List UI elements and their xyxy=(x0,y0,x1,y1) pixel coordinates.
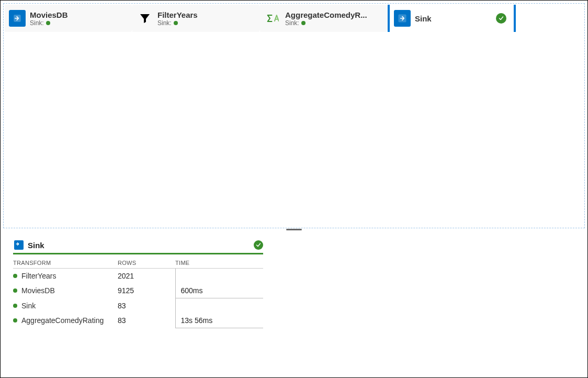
node-sink[interactable]: Sink xyxy=(388,5,516,32)
details-table: TRANSFORM ROWS TIME FilterYears 2021 Mov… xyxy=(13,257,263,328)
status-dot-icon xyxy=(13,288,17,293)
node-subtitle: Sink: xyxy=(157,19,198,27)
col-time: TIME xyxy=(175,257,263,269)
status-dot-icon xyxy=(13,274,17,278)
source-icon xyxy=(9,10,26,27)
status-dot-icon xyxy=(13,318,17,323)
node-title: FilterYears xyxy=(157,10,198,19)
status-dot-icon xyxy=(174,21,178,25)
node-filteryears[interactable]: FilterYears Sink: xyxy=(132,5,268,32)
table-row[interactable]: AggregateComedyRating 83 13s 56ms xyxy=(13,313,263,328)
node-moviesdb[interactable]: MoviesDB Sink: xyxy=(5,5,141,32)
node-title: MoviesDB xyxy=(30,10,68,19)
table-row[interactable]: Sink 83 xyxy=(13,298,263,313)
details-header: Sink xyxy=(13,235,263,254)
col-rows: ROWS xyxy=(118,257,175,269)
dataflow-canvas[interactable]: MoviesDB Sink: FilterYears Sink: xyxy=(3,3,585,228)
sink-icon xyxy=(14,240,24,250)
filter-icon xyxy=(137,10,153,27)
node-title: Sink xyxy=(415,14,432,23)
node-subtitle: Sink: xyxy=(285,19,367,27)
panel-splitter[interactable] xyxy=(3,228,585,230)
aggregate-icon xyxy=(264,10,281,27)
sink-icon xyxy=(394,10,411,27)
check-icon xyxy=(496,13,506,24)
dataflow-flow: MoviesDB Sink: FilterYears Sink: xyxy=(5,5,583,32)
table-row[interactable]: MoviesDB 9125 600ms xyxy=(13,283,263,298)
node-title: AggregateComedyR... xyxy=(285,10,367,19)
details-panel: Sink TRANSFORM ROWS TIME FilterYears 202… xyxy=(13,235,575,328)
details-title: Sink xyxy=(28,241,44,250)
status-dot-icon xyxy=(13,304,17,308)
status-dot-icon xyxy=(46,21,50,25)
node-subtitle: Sink: xyxy=(30,19,68,27)
table-row[interactable]: FilterYears 2021 xyxy=(13,269,263,284)
check-icon xyxy=(254,240,263,250)
status-dot-icon xyxy=(301,21,306,25)
node-aggregate[interactable]: AggregateComedyR... Sink: xyxy=(260,5,396,32)
col-transform: TRANSFORM xyxy=(13,257,118,269)
